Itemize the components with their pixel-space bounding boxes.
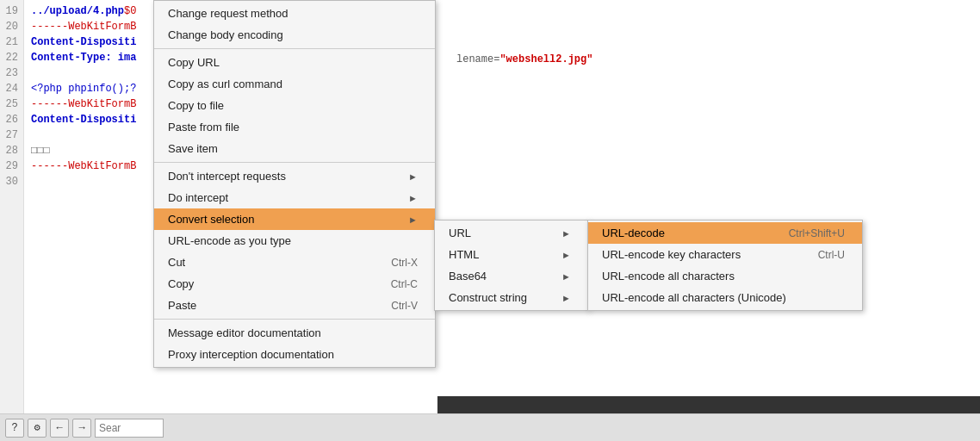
back-button[interactable]: ← bbox=[50, 419, 69, 438]
menu-item-copy-as-curl[interactable]: Copy as curl command bbox=[154, 73, 435, 95]
menu-item-construct-string[interactable]: Construct string ► bbox=[435, 287, 588, 308]
arrow-icon-url: ► bbox=[561, 228, 571, 239]
shortcut-cut: Ctrl-X bbox=[391, 257, 418, 269]
menu-item-base64[interactable]: Base64 ► bbox=[435, 265, 588, 287]
forward-button[interactable]: → bbox=[72, 419, 91, 438]
menu-item-save-item[interactable]: Save item bbox=[154, 138, 435, 159]
menu-item-url-decode[interactable]: URL-decode Ctrl+Shift+U bbox=[588, 222, 862, 244]
menu-item-do-intercept[interactable]: Do intercept ► bbox=[154, 187, 435, 208]
menu-item-url-encode-all[interactable]: URL-encode all characters bbox=[588, 265, 862, 287]
arrow-icon-convert-selection: ► bbox=[408, 214, 418, 225]
menu-item-copy-to-file[interactable]: Copy to file bbox=[154, 95, 435, 116]
menu-item-url-encode-key[interactable]: URL-encode key characters Ctrl-U bbox=[588, 244, 862, 265]
menu-item-change-body-encoding[interactable]: Change body encoding bbox=[154, 24, 435, 46]
arrow-icon-do-intercept: ► bbox=[408, 193, 418, 203]
forward-icon: → bbox=[78, 422, 84, 434]
menu-item-url-encode-all-unicode[interactable]: URL-encode all characters (Unicode) bbox=[588, 287, 862, 308]
shortcut-url-decode: Ctrl+Shift+U bbox=[789, 227, 845, 239]
menu-item-paste-from-file[interactable]: Paste from file bbox=[154, 116, 435, 138]
menu-item-url[interactable]: URL ► bbox=[435, 222, 588, 244]
menu-item-url-encode-as-you-type[interactable]: URL-encode as you type bbox=[154, 230, 435, 252]
context-menu-1: Change request method Change body encodi… bbox=[153, 0, 436, 368]
menu-item-html[interactable]: HTML ► bbox=[435, 244, 588, 265]
line-numbers: 19 20 21 22 23 24 25 26 27 28 29 30 bbox=[0, 0, 24, 441]
menu-item-copy[interactable]: Copy Ctrl-C bbox=[154, 273, 435, 295]
shortcut-copy: Ctrl-C bbox=[391, 278, 418, 290]
bottom-black-bar bbox=[437, 396, 980, 413]
shortcut-paste: Ctrl-V bbox=[391, 300, 418, 312]
menu-item-change-request-method[interactable]: Change request method bbox=[154, 3, 435, 24]
menu-separator-1 bbox=[154, 48, 435, 49]
arrow-icon-dont-intercept: ► bbox=[408, 171, 418, 182]
context-menu-3: URL-decode Ctrl+Shift+U URL-encode key c… bbox=[587, 220, 863, 311]
context-menu-2: URL ► HTML ► Base64 ► Construct string ► bbox=[434, 220, 589, 311]
search-input[interactable] bbox=[95, 419, 164, 438]
menu-item-proxy-interception-docs[interactable]: Proxy interception documentation bbox=[154, 344, 435, 365]
toolbar: ? ⚙ ← → bbox=[0, 413, 980, 441]
settings-button[interactable]: ⚙ bbox=[28, 419, 47, 438]
arrow-icon-construct-string: ► bbox=[561, 293, 571, 303]
menu-item-paste[interactable]: Paste Ctrl-V bbox=[154, 295, 435, 316]
menu-item-dont-intercept[interactable]: Don't intercept requests ► bbox=[154, 165, 435, 187]
arrow-icon-html: ► bbox=[561, 250, 571, 260]
menu-item-convert-selection[interactable]: Convert selection ► bbox=[154, 208, 435, 230]
menu-item-message-editor-docs[interactable]: Message editor documentation bbox=[154, 322, 435, 344]
help-button[interactable]: ? bbox=[5, 419, 24, 438]
arrow-icon-base64: ► bbox=[561, 271, 571, 282]
menu-separator-2 bbox=[154, 162, 435, 163]
gear-icon: ⚙ bbox=[34, 421, 40, 434]
menu-item-copy-url[interactable]: Copy URL bbox=[154, 52, 435, 73]
help-icon: ? bbox=[11, 422, 17, 434]
menu-item-cut[interactable]: Cut Ctrl-X bbox=[154, 252, 435, 273]
menu-separator-3 bbox=[154, 319, 435, 320]
shortcut-url-encode-key: Ctrl-U bbox=[818, 249, 845, 261]
back-icon: ← bbox=[56, 422, 62, 434]
